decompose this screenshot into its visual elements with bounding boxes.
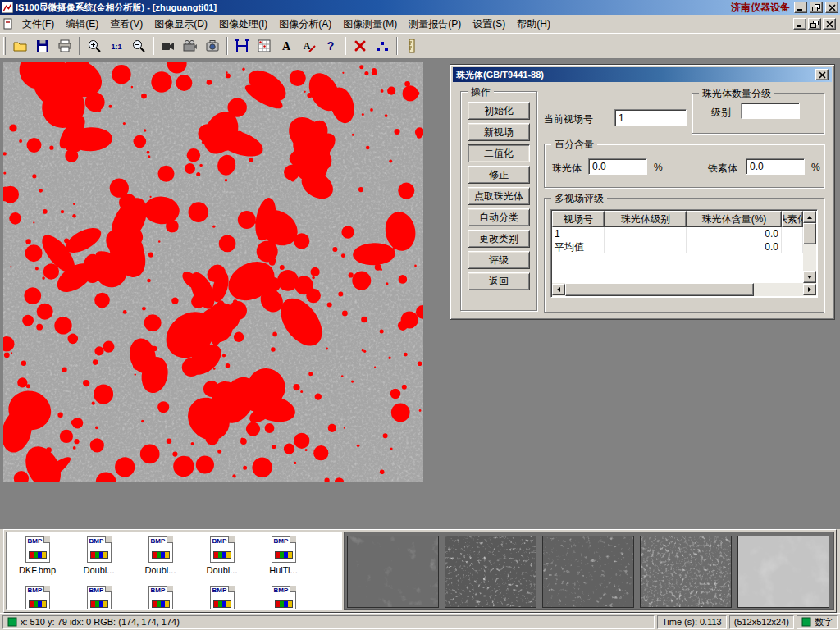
new-field-button[interactable]: 新视场: [468, 123, 530, 141]
file-item[interactable]: BMP HuiTi...: [253, 532, 314, 575]
scroll-up-button[interactable]: [803, 211, 816, 223]
actual-size-button[interactable]: 1:1: [106, 35, 127, 57]
toolbar-separator: [396, 37, 398, 55]
binarize-button[interactable]: 二值化: [468, 144, 530, 162]
file-item[interactable]: BMP DKF.bmp: [7, 532, 68, 575]
child-window-icon[interactable]: [2, 18, 14, 30]
horizontal-scroll-thumb[interactable]: [565, 283, 754, 296]
file-item[interactable]: BMP: [130, 582, 191, 610]
thumbnail-5[interactable]: [737, 536, 829, 608]
dialog-title-bar[interactable]: 珠光体(GB/T9441-88): [453, 67, 832, 82]
file-name: DKF.bmp: [19, 565, 56, 575]
print-button[interactable]: [54, 35, 75, 57]
open-button[interactable]: [10, 35, 31, 57]
scroll-right-button[interactable]: [803, 284, 816, 295]
menu-file[interactable]: 文件(F): [16, 15, 60, 34]
table-vertical-scrollbar[interactable]: [803, 211, 816, 283]
child-restore-button[interactable]: [808, 18, 821, 30]
grid-count-button[interactable]: [253, 35, 275, 57]
title-bar[interactable]: IS100显微摄像系统(金相分析版) - [zhuguangti01] 济南仪器…: [0, 0, 840, 15]
camera-button[interactable]: [202, 35, 223, 57]
minimize-button[interactable]: [794, 2, 807, 13]
level-input[interactable]: [741, 103, 800, 119]
current-field-label: 当前视场号: [544, 112, 593, 126]
thumbnail-4[interactable]: [640, 536, 732, 608]
svg-text:1:1: 1:1: [111, 43, 121, 51]
table-row[interactable]: 平均值 0.0: [552, 240, 803, 253]
live-video-button[interactable]: [158, 35, 179, 57]
menu-measure-report[interactable]: 测量报告(P): [403, 15, 467, 34]
child-close-button[interactable]: [823, 18, 836, 30]
cell-grade: [605, 240, 687, 253]
camcorder-button[interactable]: [180, 35, 201, 57]
close-button[interactable]: [825, 2, 838, 13]
pick-pearlite-button[interactable]: 点取珠光体: [468, 187, 530, 205]
ferrite-percent-sign: %: [811, 162, 820, 173]
text-edit-icon: A: [300, 38, 317, 54]
restore-button[interactable]: [810, 2, 823, 13]
thumbnail-2[interactable]: [445, 536, 536, 608]
table-horizontal-scrollbar[interactable]: [552, 283, 816, 296]
file-item[interactable]: BMP Doubl...: [130, 532, 191, 575]
file-item[interactable]: BMP Doubl...: [191, 532, 253, 575]
text-label-button[interactable]: A: [276, 35, 297, 57]
vertical-scroll-thumb[interactable]: [803, 223, 816, 244]
init-button[interactable]: 初始化: [468, 102, 530, 120]
header-grade[interactable]: 珠光体级别: [605, 211, 687, 227]
toolbar-separator: [226, 37, 228, 55]
file-list[interactable]: BMP DKF.bmp BMP Doubl... BMP Doubl... BM…: [6, 532, 342, 610]
change-class-button[interactable]: 更改类别: [468, 230, 530, 248]
thumbnail-1[interactable]: [347, 536, 439, 608]
menu-image-processing[interactable]: 图像处理(I): [213, 15, 273, 34]
pearlite-input[interactable]: [588, 158, 647, 175]
return-button[interactable]: 返回: [468, 272, 530, 290]
menu-image-analysis[interactable]: 图像分析(A): [273, 15, 337, 34]
file-item[interactable]: BMP: [7, 582, 68, 610]
zoom-in-button[interactable]: [84, 35, 105, 57]
menu-help[interactable]: 帮助(H): [511, 15, 556, 34]
auto-classify-button[interactable]: 自动分类: [468, 208, 530, 226]
toolbar-grip[interactable]: [3, 37, 6, 55]
file-item[interactable]: BMP: [191, 582, 253, 610]
cell-ferrite: [782, 227, 803, 240]
delete-button[interactable]: [349, 35, 371, 57]
metallographic-image[interactable]: [3, 62, 423, 482]
current-field-input[interactable]: [614, 109, 687, 126]
grading-group-label: 珠光体数量分级: [699, 87, 774, 101]
zoom-out-button[interactable]: [128, 35, 149, 57]
multi-field-table[interactable]: 视场号 珠光体级别 珠光体含量(%) 铁素体 1 0.0 平均值: [550, 209, 818, 298]
point-list-button[interactable]: [372, 35, 393, 57]
menu-edit[interactable]: 编辑(E): [60, 15, 104, 34]
table-row[interactable]: 1 0.0: [552, 227, 803, 240]
print-icon: [57, 38, 73, 54]
dialog-close-button[interactable]: [815, 69, 829, 80]
menu-image-measure[interactable]: 图像测量(M): [337, 15, 403, 34]
scroll-down-button[interactable]: [803, 271, 816, 283]
text-edit-button[interactable]: A: [298, 35, 319, 57]
file-item[interactable]: BMP: [68, 582, 130, 610]
correct-button[interactable]: 修正: [468, 166, 530, 184]
processing-time-text: Time (s): 0.113: [662, 617, 722, 627]
menu-settings[interactable]: 设置(S): [467, 15, 511, 34]
child-minimize-button[interactable]: [793, 18, 806, 30]
file-browser-panel: BMP DKF.bmp BMP Doubl... BMP Doubl... BM…: [3, 529, 837, 613]
help-button[interactable]: ?: [320, 35, 341, 57]
caliper-button[interactable]: [231, 35, 253, 57]
percent-group-label: 百分含量: [551, 138, 597, 152]
file-item[interactable]: BMP: [253, 582, 314, 610]
menu-image-display[interactable]: 图像显示(D): [148, 15, 213, 34]
menu-view[interactable]: 查看(V): [104, 15, 148, 34]
ferrite-input[interactable]: [746, 158, 805, 175]
save-button[interactable]: [32, 35, 53, 57]
file-item[interactable]: BMP Doubl...: [68, 532, 130, 575]
thumbnail-3[interactable]: [542, 536, 634, 608]
header-content[interactable]: 珠光体含量(%): [687, 211, 782, 227]
grade-button[interactable]: 评级: [468, 251, 530, 269]
scroll-left-button[interactable]: [552, 284, 565, 295]
header-field[interactable]: 视场号: [552, 211, 605, 227]
file-name: Doubl...: [145, 565, 176, 575]
triangle-right-icon: [808, 287, 811, 292]
ruler-button[interactable]: [401, 35, 422, 57]
header-ferrite[interactable]: 铁素体: [782, 211, 803, 227]
close-icon: [826, 21, 833, 28]
